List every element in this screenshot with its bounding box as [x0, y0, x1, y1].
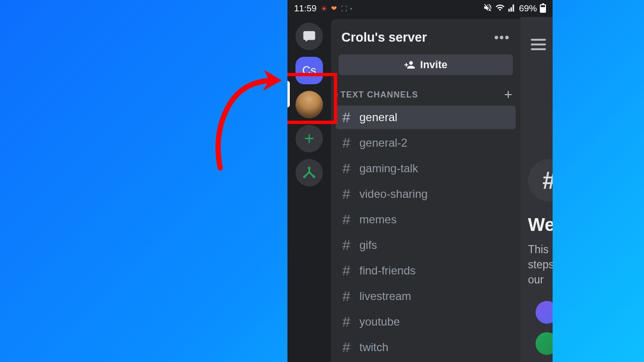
hash-icon: # [342, 263, 354, 279]
invite-label: Invite [420, 59, 447, 71]
channel-general[interactable]: #general [336, 106, 516, 129]
add-channel-button[interactable]: + [504, 87, 513, 103]
channel-twitch[interactable]: #twitch [336, 336, 516, 359]
channel-youtube[interactable]: #youtube [336, 310, 516, 334]
hash-icon: # [342, 212, 354, 228]
hash-icon: # [342, 237, 354, 253]
signal-icon [508, 4, 516, 14]
hash-icon: # [342, 160, 354, 177]
battery-icon [540, 4, 546, 13]
discord-mobile-app: 11:59 ☀ ❤ ⛶ • 69% [287, 0, 553, 362]
channel-label: gifs [359, 238, 377, 252]
server-avatar-item[interactable] [295, 91, 323, 118]
server-header[interactable]: Crolu's server ••• [331, 19, 520, 52]
status-right-group: 69% [483, 3, 546, 15]
add-server-button[interactable]: + [295, 125, 323, 152]
channel-label: twitch [359, 341, 388, 354]
direct-messages-button[interactable] [295, 23, 323, 50]
svg-point-0 [308, 167, 311, 169]
discover-button[interactable] [295, 159, 323, 186]
server-rail: Cs + [287, 17, 331, 362]
channel-gaming-talk[interactable]: #gaming-talk [336, 157, 516, 180]
channel-label: video-sharing [359, 187, 428, 201]
channel-label: general-2 [359, 136, 407, 150]
hash-icon: # [342, 314, 354, 330]
wifi-icon [495, 3, 505, 15]
channel-label: livestream [359, 290, 411, 303]
channel-header-hash-icon: # [528, 159, 553, 202]
welcome-text: This steps our [528, 242, 553, 288]
hash-icon: # [342, 186, 354, 202]
hash-icon: # [342, 135, 354, 151]
discord-body: Cs + Crolu's server ••• Invite ▾ [287, 17, 553, 362]
mute-icon [483, 3, 492, 15]
channel-find-friends[interactable]: #find-friends [336, 259, 516, 283]
hash-icon: # [342, 288, 354, 304]
server-title: Crolu's server [341, 30, 427, 45]
invite-person-icon [404, 59, 415, 71]
channel-label: find-friends [359, 264, 416, 277]
hash-icon: # [342, 339, 354, 355]
hamburger-menu-icon[interactable] [531, 39, 553, 50]
channel-label: gaming-talk [359, 162, 418, 175]
channel-memes[interactable]: #memes [336, 208, 516, 231]
chevron-down-icon: ▾ [335, 92, 339, 97]
content-preview-sliver: # We This steps our [520, 17, 553, 362]
channel-video-sharing[interactable]: #video-sharing [336, 182, 516, 206]
channel-label: memes [359, 213, 397, 226]
sun-icon: ☀ [321, 4, 327, 13]
channel-general-2[interactable]: #general-2 [336, 131, 516, 155]
fullscreen-icon: ⛶ [341, 5, 347, 12]
invite-button[interactable]: Invite [339, 54, 513, 75]
more-indicator-icon: • [350, 6, 352, 11]
channel-list: #general#general-2#gaming-talk#video-sha… [331, 106, 520, 359]
server-initials: Cs [302, 64, 316, 77]
action-pill-green[interactable] [536, 332, 553, 355]
channel-panel: Crolu's server ••• Invite ▾ TEXT CHANNEL… [331, 19, 520, 362]
category-label: TEXT CHANNELS [340, 90, 418, 100]
heart-icon: ❤ [331, 4, 337, 13]
status-left-group: 11:59 ☀ ❤ ⛶ • [294, 3, 352, 14]
clock-time: 11:59 [294, 3, 317, 14]
server-menu-icon[interactable]: ••• [494, 30, 510, 45]
welcome-title: We [528, 215, 553, 235]
action-pill-purple[interactable] [536, 301, 553, 324]
battery-percentage: 69% [519, 3, 537, 14]
text-channels-category[interactable]: ▾ TEXT CHANNELS + [331, 84, 520, 106]
channel-livestream[interactable]: #livestream [336, 284, 516, 308]
server-crolus-server[interactable]: Cs [295, 57, 323, 84]
channel-label: youtube [359, 315, 400, 328]
active-server-indicator [287, 81, 290, 107]
plus-icon: + [304, 129, 314, 149]
phone-status-bar: 11:59 ☀ ❤ ⛶ • 69% [287, 0, 553, 17]
channel-label: general [359, 111, 397, 124]
channel-gifs[interactable]: #gifs [336, 233, 516, 257]
hash-icon: # [342, 109, 354, 125]
